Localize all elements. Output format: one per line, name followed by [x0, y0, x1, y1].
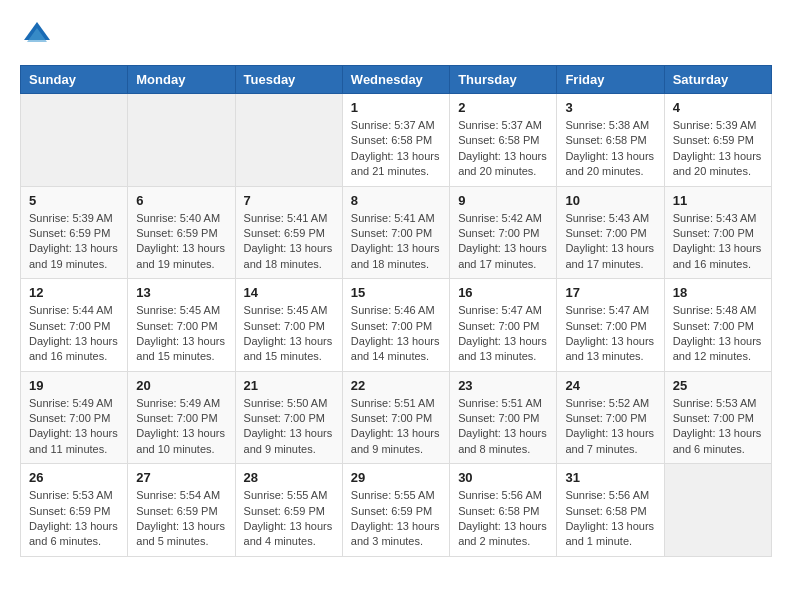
- page-header: [20, 20, 772, 55]
- day-number: 26: [29, 470, 119, 485]
- weekday-header: Monday: [128, 66, 235, 94]
- day-info: Daylight: 13 hours and 5 minutes.: [136, 519, 226, 550]
- calendar-cell: 20Sunrise: 5:49 AMSunset: 7:00 PMDayligh…: [128, 371, 235, 464]
- day-number: 10: [565, 193, 655, 208]
- day-info: Sunset: 7:00 PM: [565, 319, 655, 334]
- day-info: Sunset: 7:00 PM: [351, 411, 441, 426]
- day-info: Sunset: 7:00 PM: [351, 226, 441, 241]
- day-info: Sunset: 6:59 PM: [351, 504, 441, 519]
- day-info: Daylight: 13 hours and 6 minutes.: [29, 519, 119, 550]
- day-number: 29: [351, 470, 441, 485]
- day-info: Sunset: 6:58 PM: [458, 133, 548, 148]
- day-number: 18: [673, 285, 763, 300]
- day-info: Sunset: 6:58 PM: [351, 133, 441, 148]
- day-number: 8: [351, 193, 441, 208]
- day-number: 16: [458, 285, 548, 300]
- day-info: Sunrise: 5:38 AM: [565, 118, 655, 133]
- weekday-header: Saturday: [664, 66, 771, 94]
- calendar-cell: 7Sunrise: 5:41 AMSunset: 6:59 PMDaylight…: [235, 186, 342, 279]
- calendar-cell: 4Sunrise: 5:39 AMSunset: 6:59 PMDaylight…: [664, 94, 771, 187]
- day-info: Sunset: 7:00 PM: [458, 226, 548, 241]
- day-info: Sunset: 7:00 PM: [673, 319, 763, 334]
- day-number: 7: [244, 193, 334, 208]
- day-info: Sunset: 7:00 PM: [29, 319, 119, 334]
- calendar-week-row: 5Sunrise: 5:39 AMSunset: 6:59 PMDaylight…: [21, 186, 772, 279]
- day-info: Sunrise: 5:39 AM: [673, 118, 763, 133]
- day-number: 28: [244, 470, 334, 485]
- weekday-header: Thursday: [450, 66, 557, 94]
- day-info: Sunrise: 5:49 AM: [29, 396, 119, 411]
- calendar-cell: 18Sunrise: 5:48 AMSunset: 7:00 PMDayligh…: [664, 279, 771, 372]
- calendar-cell: 24Sunrise: 5:52 AMSunset: 7:00 PMDayligh…: [557, 371, 664, 464]
- day-info: Sunrise: 5:44 AM: [29, 303, 119, 318]
- day-number: 20: [136, 378, 226, 393]
- day-number: 9: [458, 193, 548, 208]
- day-number: 23: [458, 378, 548, 393]
- calendar-cell: 27Sunrise: 5:54 AMSunset: 6:59 PMDayligh…: [128, 464, 235, 557]
- logo: [20, 20, 52, 55]
- calendar-cell: [128, 94, 235, 187]
- day-info: Sunrise: 5:54 AM: [136, 488, 226, 503]
- day-info: Sunrise: 5:41 AM: [244, 211, 334, 226]
- calendar-cell: 11Sunrise: 5:43 AMSunset: 7:00 PMDayligh…: [664, 186, 771, 279]
- day-number: 19: [29, 378, 119, 393]
- day-number: 1: [351, 100, 441, 115]
- calendar-cell: 2Sunrise: 5:37 AMSunset: 6:58 PMDaylight…: [450, 94, 557, 187]
- day-info: Sunset: 6:59 PM: [29, 504, 119, 519]
- day-info: Sunset: 6:59 PM: [244, 226, 334, 241]
- day-info: Sunset: 6:59 PM: [673, 133, 763, 148]
- calendar-cell: 14Sunrise: 5:45 AMSunset: 7:00 PMDayligh…: [235, 279, 342, 372]
- day-number: 4: [673, 100, 763, 115]
- weekday-header: Tuesday: [235, 66, 342, 94]
- day-info: Daylight: 13 hours and 8 minutes.: [458, 426, 548, 457]
- calendar-cell: 10Sunrise: 5:43 AMSunset: 7:00 PMDayligh…: [557, 186, 664, 279]
- day-info: Sunrise: 5:45 AM: [244, 303, 334, 318]
- day-number: 22: [351, 378, 441, 393]
- day-info: Daylight: 13 hours and 19 minutes.: [29, 241, 119, 272]
- calendar-cell: 6Sunrise: 5:40 AMSunset: 6:59 PMDaylight…: [128, 186, 235, 279]
- calendar-cell: 23Sunrise: 5:51 AMSunset: 7:00 PMDayligh…: [450, 371, 557, 464]
- day-info: Daylight: 13 hours and 6 minutes.: [673, 426, 763, 457]
- calendar-cell: 26Sunrise: 5:53 AMSunset: 6:59 PMDayligh…: [21, 464, 128, 557]
- day-info: Daylight: 13 hours and 12 minutes.: [673, 334, 763, 365]
- calendar-cell: 12Sunrise: 5:44 AMSunset: 7:00 PMDayligh…: [21, 279, 128, 372]
- calendar-week-row: 19Sunrise: 5:49 AMSunset: 7:00 PMDayligh…: [21, 371, 772, 464]
- day-info: Sunrise: 5:51 AM: [351, 396, 441, 411]
- day-info: Sunrise: 5:45 AM: [136, 303, 226, 318]
- logo-text: [20, 20, 52, 55]
- weekday-header: Friday: [557, 66, 664, 94]
- calendar-cell: 13Sunrise: 5:45 AMSunset: 7:00 PMDayligh…: [128, 279, 235, 372]
- day-info: Sunset: 7:00 PM: [29, 411, 119, 426]
- day-info: Sunset: 7:00 PM: [565, 226, 655, 241]
- day-info: Sunrise: 5:42 AM: [458, 211, 548, 226]
- day-info: Sunset: 6:59 PM: [244, 504, 334, 519]
- day-number: 6: [136, 193, 226, 208]
- day-info: Sunset: 7:00 PM: [458, 319, 548, 334]
- logo-icon: [22, 20, 52, 50]
- calendar-cell: 1Sunrise: 5:37 AMSunset: 6:58 PMDaylight…: [342, 94, 449, 187]
- day-number: 27: [136, 470, 226, 485]
- day-info: Daylight: 13 hours and 10 minutes.: [136, 426, 226, 457]
- day-info: Sunset: 7:00 PM: [673, 411, 763, 426]
- day-info: Sunset: 7:00 PM: [351, 319, 441, 334]
- day-info: Daylight: 13 hours and 17 minutes.: [565, 241, 655, 272]
- day-info: Sunrise: 5:49 AM: [136, 396, 226, 411]
- calendar-week-row: 26Sunrise: 5:53 AMSunset: 6:59 PMDayligh…: [21, 464, 772, 557]
- calendar-cell: 29Sunrise: 5:55 AMSunset: 6:59 PMDayligh…: [342, 464, 449, 557]
- calendar-header-row: SundayMondayTuesdayWednesdayThursdayFrid…: [21, 66, 772, 94]
- day-info: Sunrise: 5:48 AM: [673, 303, 763, 318]
- day-number: 3: [565, 100, 655, 115]
- day-info: Sunrise: 5:47 AM: [565, 303, 655, 318]
- day-info: Sunrise: 5:52 AM: [565, 396, 655, 411]
- day-info: Sunrise: 5:43 AM: [565, 211, 655, 226]
- day-info: Sunset: 7:00 PM: [136, 319, 226, 334]
- day-number: 15: [351, 285, 441, 300]
- day-info: Sunrise: 5:41 AM: [351, 211, 441, 226]
- day-info: Sunrise: 5:47 AM: [458, 303, 548, 318]
- day-info: Sunset: 7:00 PM: [673, 226, 763, 241]
- day-number: 17: [565, 285, 655, 300]
- day-info: Daylight: 13 hours and 7 minutes.: [565, 426, 655, 457]
- day-info: Sunrise: 5:53 AM: [673, 396, 763, 411]
- day-info: Sunrise: 5:40 AM: [136, 211, 226, 226]
- day-info: Daylight: 13 hours and 18 minutes.: [351, 241, 441, 272]
